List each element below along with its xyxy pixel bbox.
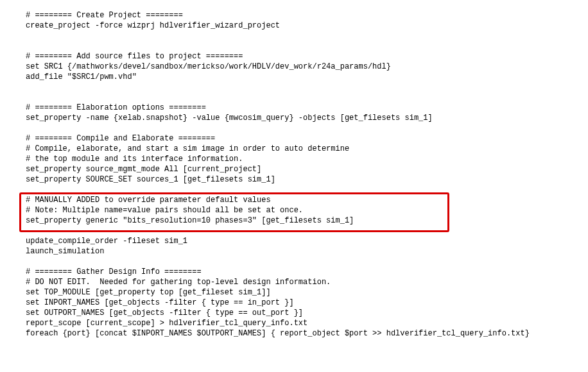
tcl-script-code: # ======== Create Project ======== creat… [26, 10, 530, 339]
page-root: # ======== Create Project ======== creat… [0, 0, 588, 372]
